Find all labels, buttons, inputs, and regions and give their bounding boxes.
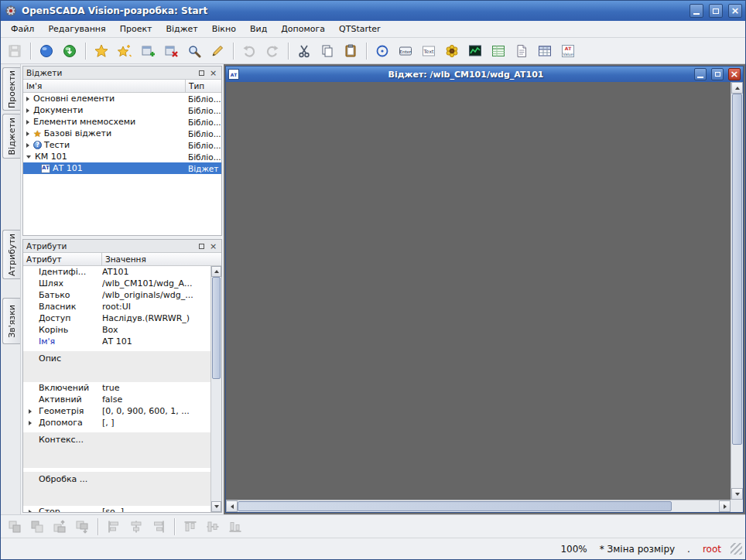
cut-button[interactable]	[293, 40, 315, 62]
attribute-row[interactable]: ДоступНаслідув.(RWRWR_)	[23, 312, 210, 324]
attributes-scrollbar[interactable]	[210, 266, 221, 512]
horizontal-scrollbar[interactable]	[226, 500, 731, 512]
tab-widgets[interactable]: Віджети	[2, 114, 20, 159]
menu-qtstarter[interactable]: QTStarter	[332, 22, 388, 36]
widget-level-down-button[interactable]	[72, 517, 92, 537]
scroll-down-button[interactable]	[211, 501, 221, 512]
undo-button[interactable]	[238, 40, 260, 62]
attribute-row[interactable]: Ім'яАТ 101	[23, 336, 210, 347]
vertical-scrollbar[interactable]	[731, 82, 743, 500]
scroll-down-button[interactable]	[731, 488, 743, 500]
attribute-row[interactable]: Шлях/wlb_CM101/wdg_A...	[23, 278, 210, 289]
tree-row-selected[interactable]: АТ 101 Віджет	[23, 162, 221, 174]
document-button[interactable]	[511, 40, 532, 62]
tab-attributes[interactable]: Атрибути	[2, 230, 20, 279]
copy-button[interactable]	[317, 40, 338, 62]
attr-value[interactable]: true	[102, 383, 210, 393]
widget-level-up-button[interactable]	[50, 517, 70, 537]
tab-links[interactable]: Зв'язки	[2, 298, 20, 344]
expander-icon[interactable]	[29, 421, 32, 425]
titlebar[interactable]: OpenSCADA Vision-розробка: Start	[1, 1, 745, 21]
column-attribute[interactable]: Атрибут	[23, 253, 102, 265]
child-close-button[interactable]	[728, 68, 741, 80]
attribute-row[interactable]: Стор.[so, ]	[23, 506, 210, 512]
tree-row[interactable]: Основні елементи Бібліо...	[23, 93, 221, 104]
expander-icon[interactable]	[26, 143, 29, 148]
attribute-row[interactable]: Ідентифі...AT101	[23, 266, 210, 278]
scroll-thumb[interactable]	[238, 501, 672, 511]
new-library-button[interactable]	[91, 40, 112, 62]
scroll-track[interactable]	[672, 500, 719, 512]
scroll-thumb[interactable]	[732, 94, 742, 445]
expander-icon[interactable]	[26, 120, 29, 125]
protocol-button[interactable]	[488, 40, 509, 62]
scroll-up-button[interactable]	[731, 82, 743, 94]
attr-value[interactable]: Box	[102, 325, 210, 335]
column-type[interactable]: Тип	[186, 80, 221, 92]
child-titlebar[interactable]: Віджет: /wlb_CM101/wdg_AT101	[226, 67, 743, 82]
menu-project[interactable]: Проект	[113, 22, 159, 36]
align-h-center-button[interactable]	[126, 517, 146, 537]
menu-window[interactable]: Вікно	[205, 22, 243, 36]
attribute-row[interactable]: Контекс...	[23, 432, 210, 468]
user-indicator[interactable]: root	[696, 542, 727, 556]
attributes-float-button[interactable]	[197, 241, 207, 251]
expander-icon[interactable]	[26, 97, 29, 101]
attributes-panel-header[interactable]: Атрибути	[23, 240, 221, 253]
column-name[interactable]: Ім'я	[23, 80, 186, 92]
attr-value[interactable]: [0, 0, 900, 600, 1, ...	[102, 406, 210, 416]
media-button[interactable]	[441, 40, 463, 62]
widgets-panel-header[interactable]: Віджети	[23, 67, 221, 80]
attr-value[interactable]: /wlb_originals/wdg_...	[102, 290, 210, 300]
attribute-row[interactable]: Активнийfalse	[23, 394, 210, 405]
widget-edit-button[interactable]	[207, 40, 228, 62]
attr-value[interactable]: [so, ]	[102, 507, 210, 512]
menu-widget[interactable]: Віджет	[159, 22, 204, 36]
tab-projects[interactable]: Проекти	[2, 67, 20, 111]
widget-properties-button[interactable]	[183, 40, 205, 62]
child-restore-button[interactable]	[711, 68, 724, 80]
child-minimize-button[interactable]	[694, 68, 707, 80]
widget-canvas[interactable]	[226, 82, 731, 500]
attribute-row[interactable]: Геометрія[0, 0, 900, 600, 1, ...	[23, 405, 210, 417]
attribute-row[interactable]: Обробка ...	[23, 472, 210, 506]
redo-button[interactable]	[262, 40, 283, 62]
expander-icon[interactable]	[26, 131, 29, 136]
scroll-track[interactable]	[211, 379, 221, 501]
column-value[interactable]: Значення	[102, 253, 221, 265]
scroll-thumb[interactable]	[212, 277, 221, 379]
form-elements-button[interactable]: Enter	[395, 40, 416, 62]
attr-value[interactable]: AT101	[102, 267, 210, 277]
scroll-left-button[interactable]	[226, 500, 238, 512]
expander-icon[interactable]	[29, 409, 32, 414]
tree-row[interactable]: Тести Бібліо...	[23, 139, 221, 151]
text-button[interactable]: Text	[418, 40, 440, 62]
widget-raise-button[interactable]	[27, 517, 47, 537]
delete-widget-button[interactable]	[160, 40, 182, 62]
align-v-center-button[interactable]	[203, 517, 223, 537]
save-to-db-button[interactable]	[59, 40, 80, 62]
attribute-row[interactable]: КоріньBox	[23, 324, 210, 336]
attr-value[interactable]: /wlb_CM101/wdg_A...	[102, 278, 210, 289]
save-button[interactable]	[4, 40, 26, 62]
expander-icon[interactable]	[26, 155, 31, 159]
attr-value[interactable]: АТ 101	[102, 336, 210, 347]
maximize-button[interactable]	[709, 4, 723, 18]
align-left-button[interactable]	[104, 517, 124, 537]
widget-lower-button[interactable]	[5, 517, 25, 537]
attributes-close-button[interactable]	[208, 241, 218, 251]
attribute-row[interactable]: Власникroot:UI	[23, 301, 210, 312]
diagram-button[interactable]	[464, 40, 486, 62]
attr-value[interactable]: Наслідув.(RWRWR_)	[102, 313, 210, 323]
menu-help[interactable]: Допомога	[274, 22, 332, 36]
tree-row[interactable]: Документи Бібліо...	[23, 104, 221, 116]
align-right-button[interactable]	[149, 517, 169, 537]
menu-edit[interactable]: Редагування	[41, 22, 112, 36]
menu-view[interactable]: Вид	[243, 22, 274, 36]
align-top-button[interactable]	[180, 517, 200, 537]
expander-icon[interactable]	[29, 510, 32, 512]
minimize-button[interactable]	[690, 4, 703, 18]
attr-value[interactable]: root:UI	[102, 302, 210, 312]
resize-grip[interactable]	[731, 543, 742, 555]
scroll-track[interactable]	[731, 445, 743, 488]
